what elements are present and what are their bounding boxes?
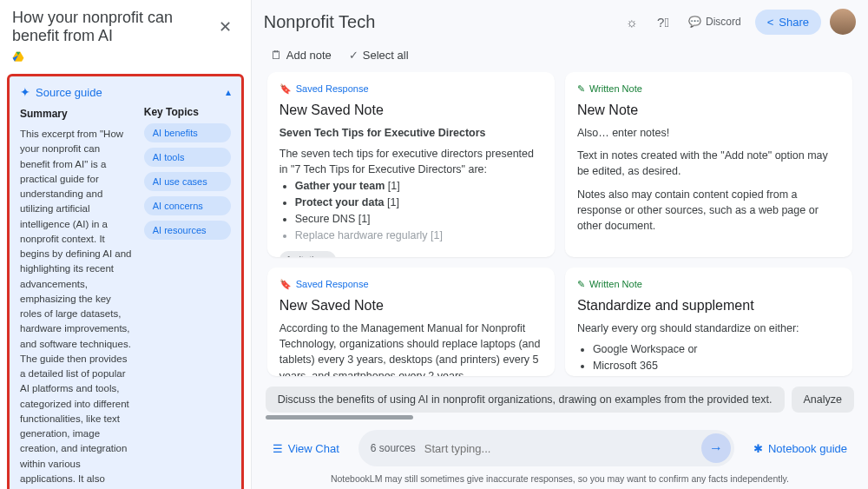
bullet-item: Replace hardware regularly [1] [295,228,542,243]
topic-chip[interactable]: AI tools [144,148,231,167]
written-note-tag: ✎ Written Note [577,278,840,292]
share-icon: < [767,16,774,29]
bookmark-icon: 🔖 [279,278,292,292]
notebook-guide-label: Notebook guide [768,442,847,455]
note-title: New Note [577,100,840,120]
source-guide-label: Source guide [36,86,102,99]
topic-chip[interactable]: AI resources [144,221,231,240]
note-title: New Saved Note [279,295,542,315]
right-notebook-pane: Nonprofit Tech ☼ ?⃝ 💬 Discord < Share 🗒 … [252,0,868,489]
bullet-item: Protect your data [1] [295,195,542,210]
key-topics-heading: Key Topics [144,106,231,118]
view-chat-button[interactable]: ☰ View Chat [266,437,346,460]
arrow-right-icon: → [709,440,723,456]
add-note-button[interactable]: 🗒 Add note [271,49,332,62]
left-header: How your nonprofit can benefit from AI ✕ [0,0,251,50]
note-body: According to the Management Manual for N… [279,320,542,376]
sparkle-icon: ✱ [753,442,763,455]
chevron-up-icon[interactable]: ▴ [226,86,231,98]
source-summary: Summary This excerpt from "How your nonp… [20,106,132,489]
saved-response-tag: 🔖 Saved Response [279,278,542,292]
note-title: Standardize and supplement [577,295,840,315]
discord-link[interactable]: 💬 Discord [683,12,746,31]
written-note-tag: ✎ Written Note [577,83,840,96]
help-icon[interactable]: ?⃝ [652,10,674,33]
saved-response-tag: 🔖 Saved Response [279,83,542,96]
view-chat-label: View Chat [288,442,339,455]
user-avatar[interactable] [830,9,856,35]
add-note-icon: 🗒 [271,49,282,62]
note-bullets: Gather your team [1]Protect your data [1… [279,178,542,244]
google-drive-icon [12,50,24,63]
summary-text: This excerpt from "How your nonprofit ca… [20,127,132,489]
note-para: Notes also may contain content copied fr… [577,187,840,234]
suggestion-row: Discuss the benefits of using AI in nonp… [252,381,868,423]
left-source-pane: How your nonprofit can benefit from AI ✕… [0,0,252,489]
bullet-item: Secure DNS [1] [295,211,542,227]
citation-chip[interactable]: 1 citations [279,251,337,257]
drive-indicator [0,50,251,70]
select-all-label: Select all [363,49,409,62]
share-button[interactable]: < Share [755,10,821,35]
notebook-title: Nonprofit Tech [264,12,612,32]
discord-label: Discord [706,16,741,28]
note-card-saved[interactable]: 🔖 Saved Response New Saved Note Seven Te… [267,72,555,257]
close-icon[interactable]: ✕ [212,14,239,40]
topic-chip[interactable]: AI use cases [144,172,231,191]
check-icon: ✓ [349,49,358,62]
pencil-icon: ✎ [577,278,585,292]
topic-chip[interactable]: AI concerns [144,196,231,215]
key-topics: Key Topics AI benefits AI tools AI use c… [144,106,231,489]
note-card-written[interactable]: ✎ Written Note Standardize and supplemen… [565,268,852,376]
notes-grid: 🔖 Saved Response New Saved Note Seven Te… [252,69,868,381]
suggestion-chip[interactable]: Analyze [792,387,854,413]
source-title: How your nonprofit can benefit from AI [12,9,212,45]
suggestion-chip[interactable]: Discuss the benefits of using AI in nonp… [266,387,785,413]
suggestion-scrollbar[interactable] [266,415,854,420]
share-label: Share [779,16,809,29]
note-title: New Saved Note [279,100,542,120]
pencil-icon: ✎ [577,83,585,96]
note-bullets: Google Workspace orMicrosoft 365 [577,341,840,373]
sources-count[interactable]: 6 sources [371,442,416,454]
note-para: Text in notes created with the "Add note… [577,148,840,179]
topic-chip[interactable]: AI benefits [144,123,231,142]
source-guide-header[interactable]: ✦ Source guide ▴ [20,85,231,99]
note-body: Nearly every org should standardize on e… [577,320,840,336]
send-button[interactable]: → [701,433,731,463]
chat-lines-icon: ☰ [273,442,283,455]
bullet-item: Gather your team [1] [295,178,542,194]
note-body: The seven tech tips for executive direct… [279,146,542,177]
summary-heading: Summary [20,106,132,122]
disclaimer-text: NotebookLM may still sometimes give inac… [252,470,868,489]
sparkle-icon: ✦ [20,85,30,99]
bullet-item: Microsoft 365 [593,358,840,373]
chat-input-row: ☰ View Chat 6 sources → ✱ Notebook guide [252,423,868,470]
appearance-icon[interactable]: ☼ [621,10,643,33]
bookmark-icon: 🔖 [279,83,292,96]
source-guide-highlight-box: ✦ Source guide ▴ Summary This excerpt fr… [7,74,244,489]
chat-input[interactable] [424,435,693,462]
notebook-header: Nonprofit Tech ☼ ?⃝ 💬 Discord < Share [252,0,868,43]
notebook-guide-button[interactable]: ✱ Notebook guide [746,437,854,460]
note-card-saved[interactable]: 🔖 Saved Response New Saved Note Accordin… [267,268,555,376]
chat-input-container: 6 sources → [358,430,734,466]
scrollbar-thumb[interactable] [266,415,413,420]
chat-icon: 💬 [688,16,701,28]
note-card-written[interactable]: ✎ Written Note New Note Also… enter note… [565,72,852,257]
note-para: Also… enter notes! [577,125,840,141]
add-note-label: Add note [286,49,332,62]
notes-toolbar: 🗒 Add note ✓ Select all [252,43,868,69]
bullet-item: Google Workspace or [593,341,840,357]
note-subtitle: Seven Tech Tips for Executive Directors [279,125,542,141]
select-all-button[interactable]: ✓ Select all [349,49,409,62]
